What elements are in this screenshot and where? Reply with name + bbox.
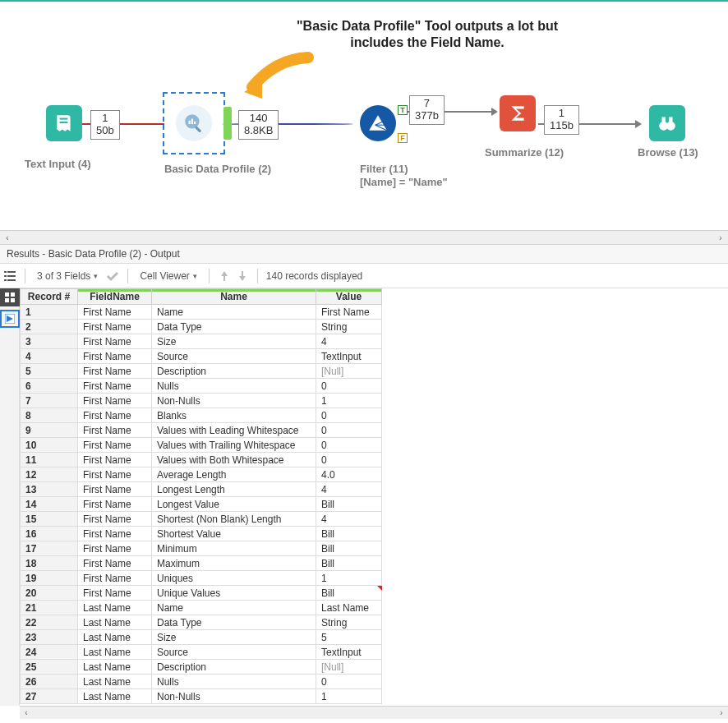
table-row[interactable]: 26Last NameNulls0 — [21, 675, 382, 689]
cell-name[interactable]: Uniques — [152, 571, 316, 586]
cell-fieldname[interactable]: First Name — [78, 512, 152, 527]
row-number-cell[interactable]: 12 — [21, 467, 78, 482]
table-row[interactable]: 23Last NameSize5 — [21, 630, 382, 645]
cell-name[interactable]: Longest Length — [152, 482, 316, 497]
scroll-left-icon[interactable]: ‹ — [0, 230, 15, 245]
col-header-value[interactable]: Value — [316, 289, 382, 305]
row-number-cell[interactable]: 10 — [21, 438, 78, 453]
cell-value[interactable]: [Null] — [316, 660, 382, 675]
tool-basic-data-profile[interactable] — [176, 105, 212, 141]
cell-name[interactable]: Unique Values — [152, 586, 316, 601]
cell-value[interactable]: 0 — [316, 423, 382, 438]
sort-desc-icon[interactable] — [236, 269, 249, 283]
cell-value[interactable]: 4 — [316, 512, 382, 527]
row-number-cell[interactable]: 19 — [21, 571, 78, 586]
table-row[interactable]: 18First NameMaximumBill — [21, 556, 382, 571]
row-number-cell[interactable]: 8 — [21, 408, 78, 423]
row-number-cell[interactable]: 15 — [21, 512, 78, 527]
row-number-cell[interactable]: 3 — [21, 334, 78, 349]
cell-value[interactable]: TextInput — [316, 645, 382, 660]
cell-fieldname[interactable]: First Name — [78, 408, 152, 423]
cell-value[interactable]: 1 — [316, 571, 382, 586]
table-row[interactable]: 13First NameLongest Length4 — [21, 482, 382, 497]
cell-fieldname[interactable]: First Name — [78, 497, 152, 512]
row-number-cell[interactable]: 17 — [21, 541, 78, 556]
table-row[interactable]: 2First NameData TypeString — [21, 320, 382, 334]
rail-grid-icon[interactable] — [0, 288, 20, 306]
cell-name[interactable]: Source — [152, 645, 316, 660]
cell-fieldname[interactable]: First Name — [78, 586, 152, 601]
row-number-cell[interactable]: 27 — [21, 689, 78, 704]
table-row[interactable]: 3First NameSize4 — [21, 334, 382, 349]
table-row[interactable]: 15First NameShortest (Non Blank) Length4 — [21, 512, 382, 527]
cell-viewer-dropdown[interactable]: Cell Viewer ▾ — [136, 269, 200, 283]
table-row[interactable]: 7First NameNon-Nulls1 — [21, 394, 382, 408]
row-number-cell[interactable]: 6 — [21, 379, 78, 394]
cell-name[interactable]: Values with Trailing Whitespace — [152, 438, 316, 453]
cell-fieldname[interactable]: First Name — [78, 453, 152, 467]
row-number-cell[interactable]: 5 — [21, 364, 78, 379]
cell-fieldname[interactable]: First Name — [78, 438, 152, 453]
cell-name[interactable]: Size — [152, 630, 316, 645]
cell-value[interactable]: String — [316, 320, 382, 334]
cell-name[interactable]: Source — [152, 349, 316, 364]
output-anchor[interactable] — [223, 107, 232, 140]
cell-value[interactable]: 0 — [316, 438, 382, 453]
cell-name[interactable]: Name — [152, 305, 316, 320]
cell-fieldname[interactable]: First Name — [78, 556, 152, 571]
table-row[interactable]: 1First NameNameFirst Name — [21, 305, 382, 320]
cell-name[interactable]: Values with Leading Whitespace — [152, 423, 316, 438]
row-number-cell[interactable]: 18 — [21, 556, 78, 571]
cell-value[interactable]: 1 — [316, 689, 382, 704]
cell-name[interactable]: Maximum — [152, 556, 316, 571]
row-number-cell[interactable]: 9 — [21, 423, 78, 438]
cell-value[interactable]: Bill — [316, 586, 382, 601]
col-header-fieldname[interactable]: FieldName — [78, 289, 152, 305]
cell-fieldname[interactable]: Last Name — [78, 689, 152, 704]
table-row[interactable]: 20First NameUnique ValuesBill — [21, 586, 382, 601]
cell-fieldname[interactable]: First Name — [78, 379, 152, 394]
table-row[interactable]: 16First NameShortest ValueBill — [21, 527, 382, 541]
cell-value[interactable]: 4.0 — [316, 467, 382, 482]
results-table[interactable]: Record # FieldName Name Value 1First Nam… — [20, 288, 382, 704]
cell-name[interactable]: Average Length — [152, 467, 316, 482]
cell-value[interactable]: 0 — [316, 408, 382, 423]
cell-name[interactable]: Data Type — [152, 320, 316, 334]
row-number-cell[interactable]: 13 — [21, 482, 78, 497]
cell-value[interactable]: [Null] — [316, 364, 382, 379]
cell-name[interactable]: Description — [152, 660, 316, 675]
cell-name[interactable]: Minimum — [152, 541, 316, 556]
table-row[interactable]: 22Last NameData TypeString — [21, 615, 382, 630]
cell-name[interactable]: Description — [152, 364, 316, 379]
cell-value[interactable]: Last Name — [316, 601, 382, 615]
cell-value[interactable]: 4 — [316, 334, 382, 349]
row-number-cell[interactable]: 26 — [21, 675, 78, 689]
cell-name[interactable]: Nulls — [152, 675, 316, 689]
cell-name[interactable]: Shortest (Non Blank) Length — [152, 512, 316, 527]
table-row[interactable]: 10First NameValues with Trailing Whitesp… — [21, 438, 382, 453]
cell-value[interactable]: Bill — [316, 527, 382, 541]
table-row[interactable]: 8First NameBlanks0 — [21, 408, 382, 423]
cell-name[interactable]: Values with Both Whitespace — [152, 453, 316, 467]
row-number-cell[interactable]: 4 — [21, 349, 78, 364]
cell-name[interactable]: Longest Value — [152, 497, 316, 512]
row-number-cell[interactable]: 14 — [21, 497, 78, 512]
cell-value[interactable]: First Name — [316, 305, 382, 320]
cell-fieldname[interactable]: First Name — [78, 320, 152, 334]
table-row[interactable]: 24Last NameSourceTextInput — [21, 645, 382, 660]
cell-value[interactable]: 0 — [316, 379, 382, 394]
table-row[interactable]: 14First NameLongest ValueBill — [21, 497, 382, 512]
fields-dropdown[interactable]: 3 of 3 Fields ▾ — [34, 269, 101, 283]
table-row[interactable]: 19First NameUniques1 — [21, 571, 382, 586]
cell-value[interactable]: 0 — [316, 675, 382, 689]
tool-summarize[interactable] — [500, 95, 536, 131]
row-number-cell[interactable]: 23 — [21, 630, 78, 645]
cell-fieldname[interactable]: Last Name — [78, 660, 152, 675]
cell-fieldname[interactable]: Last Name — [78, 645, 152, 660]
row-number-cell[interactable]: 22 — [21, 615, 78, 630]
canvas-h-scrollbar[interactable]: ‹ › — [0, 230, 728, 245]
col-header-record[interactable]: Record # — [21, 289, 78, 305]
row-number-cell[interactable]: 24 — [21, 645, 78, 660]
cell-fieldname[interactable]: First Name — [78, 349, 152, 364]
cell-fieldname[interactable]: First Name — [78, 571, 152, 586]
